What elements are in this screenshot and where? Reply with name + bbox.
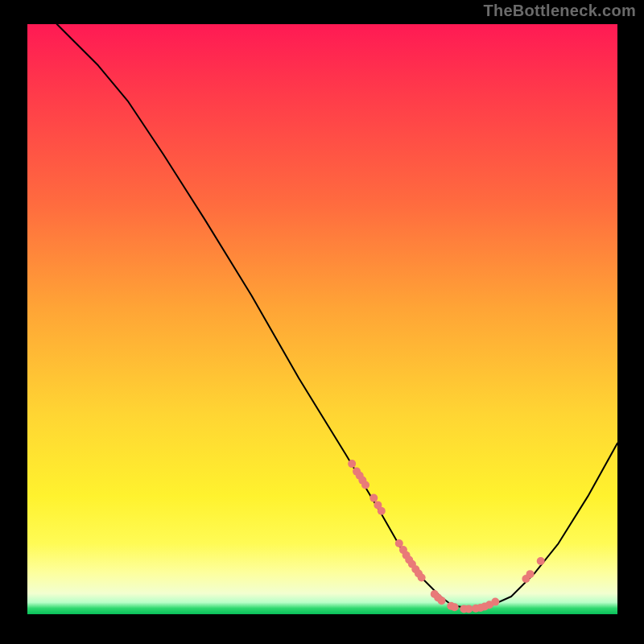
chart-markers xyxy=(348,460,545,613)
chart-marker xyxy=(369,494,378,502)
chart-marker xyxy=(537,557,545,565)
chart-plot-area xyxy=(27,24,617,614)
chart-marker xyxy=(348,460,356,468)
chart-marker xyxy=(418,574,426,582)
chart-curve xyxy=(57,24,617,609)
chart-marker xyxy=(491,598,499,606)
chart-marker xyxy=(526,570,535,578)
chart-marker xyxy=(451,603,459,611)
chart-marker xyxy=(361,481,369,489)
chart-marker xyxy=(464,605,473,613)
attribution-text: TheBottleneck.com xyxy=(483,2,636,20)
chart-marker xyxy=(438,597,446,605)
chart-marker xyxy=(378,507,386,515)
chart-overlay-svg xyxy=(27,24,617,614)
